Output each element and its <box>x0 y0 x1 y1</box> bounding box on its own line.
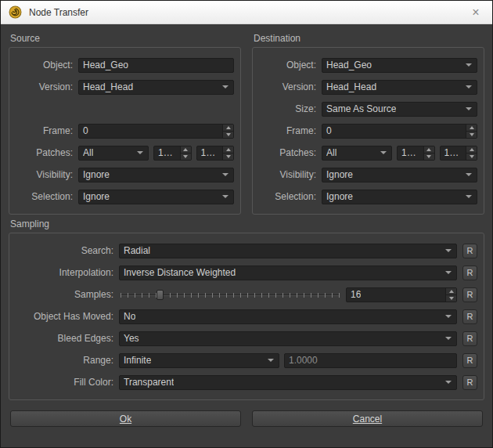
fill-color-reset-button[interactable]: R <box>462 375 477 390</box>
spin-down-button[interactable] <box>466 153 477 160</box>
bleed-edges-dropdown[interactable]: Yes <box>119 331 457 346</box>
samples-slider[interactable] <box>119 287 341 302</box>
destination-object-value: Head_Geo <box>326 60 372 70</box>
samples-slider-handle[interactable] <box>157 290 164 300</box>
source-frame-value: 0 <box>83 125 88 136</box>
destination-version-dropdown[interactable]: Head_Head <box>322 80 477 95</box>
range-label: Range: <box>16 355 119 366</box>
titlebar[interactable]: Node Transfer × <box>1 1 492 24</box>
destination-visibility-label: Visibility: <box>259 169 322 180</box>
spin-up-button[interactable] <box>446 288 456 294</box>
spin-down-button[interactable] <box>424 153 434 160</box>
spin-down-button[interactable] <box>446 294 456 302</box>
source-frame-row: Frame: 0 <box>16 123 234 139</box>
destination-object-row: Object: Head_Geo <box>259 57 477 73</box>
spin-down-button[interactable] <box>466 131 477 138</box>
range-amount-input[interactable]: 1.0000 <box>284 353 457 368</box>
fill-color-dropdown[interactable]: Transparent <box>119 375 457 390</box>
destination-patches-start-spinner[interactable]: 1001 <box>397 146 435 161</box>
interpolation-reset-button[interactable]: R <box>462 266 477 280</box>
destination-visibility-value: Ignore <box>326 169 353 180</box>
bleed-edges-reset-button[interactable]: R <box>462 331 477 346</box>
source-version-dropdown[interactable]: Head_Head <box>78 80 234 95</box>
source-group-box: Object: Head_Geo Version: Head_Head <box>9 47 241 215</box>
source-visibility-dropdown[interactable]: Ignore <box>78 168 234 182</box>
close-button[interactable]: × <box>467 4 484 21</box>
search-dropdown[interactable]: Radial <box>119 244 457 258</box>
object-has-moved-dropdown[interactable]: No <box>119 309 457 324</box>
spin-up-button[interactable] <box>181 146 191 153</box>
node-transfer-dialog: Node Transfer × Source Object: Head_Geo … <box>0 0 493 448</box>
spin-up-button[interactable] <box>223 146 233 153</box>
destination-visibility-dropdown[interactable]: Ignore <box>322 168 477 182</box>
chevron-down-icon <box>268 359 274 362</box>
chevron-down-icon <box>222 85 229 89</box>
interpolation-row: Interpolation: Inverse Distance Weighted… <box>16 265 477 280</box>
chevron-down-icon <box>466 63 472 67</box>
source-patches-start-spinner[interactable]: 1001 <box>153 146 192 161</box>
interpolation-dropdown[interactable]: Inverse Distance Weighted <box>119 266 457 280</box>
spin-up-button[interactable] <box>466 146 477 153</box>
samples-reset-button[interactable]: R <box>462 287 477 302</box>
destination-size-dropdown[interactable]: Same As Source <box>322 102 477 117</box>
source-object-value: Head_Geo <box>83 60 128 70</box>
source-patches-end-spinner[interactable]: 1005 <box>196 146 235 161</box>
source-visibility-value: Ignore <box>83 169 110 180</box>
destination-patches-end-spinner[interactable]: 1005 <box>440 146 478 161</box>
source-version-label: Version: <box>16 81 78 92</box>
ok-button[interactable]: Ok <box>10 410 241 427</box>
destination-version-row: Version: Head_Head <box>259 79 477 95</box>
source-object-input[interactable]: Head_Geo <box>78 58 234 73</box>
spinner-buttons <box>423 146 434 160</box>
source-version-value: Head_Head <box>83 81 133 92</box>
spinner-buttons <box>445 288 456 302</box>
destination-frame-spinner[interactable]: 0 <box>322 124 477 139</box>
source-patches-end-value: 1005 <box>201 147 220 158</box>
source-selection-label: Selection: <box>16 191 78 202</box>
range-dropdown[interactable]: Infinite <box>119 353 279 368</box>
samples-value: 16 <box>351 289 361 300</box>
range-row: Range: Infinite 1.0000 R <box>16 352 477 368</box>
triangle-down-icon <box>426 155 431 158</box>
spinner-buttons <box>222 146 233 160</box>
source-selection-dropdown[interactable]: Ignore <box>78 190 234 204</box>
object-has-moved-reset-button[interactable]: R <box>462 309 477 324</box>
sampling-group: Sampling Search: Radial R Interpolation:… <box>9 219 484 400</box>
destination-size-label: Size: <box>259 103 322 114</box>
source-frame-spinner[interactable]: 0 <box>78 124 234 139</box>
destination-patches-mode-dropdown[interactable]: All <box>322 146 392 161</box>
object-has-moved-value: No <box>124 311 135 322</box>
cancel-button[interactable]: Cancel <box>252 410 483 427</box>
chevron-down-icon <box>380 151 387 154</box>
fill-color-value: Transparent <box>124 377 174 388</box>
spinner-buttons <box>180 146 191 160</box>
chevron-down-icon <box>445 381 452 384</box>
spin-down-button[interactable] <box>223 131 233 138</box>
spin-up-button[interactable] <box>424 146 434 153</box>
samples-spinner[interactable]: 16 <box>346 287 457 302</box>
triangle-up-icon <box>226 148 231 151</box>
sampling-group-label: Sampling <box>10 219 484 229</box>
spin-up-button[interactable] <box>466 125 477 131</box>
search-reset-button[interactable]: R <box>462 244 477 258</box>
chevron-down-icon <box>466 85 472 89</box>
spinner-buttons <box>466 146 477 160</box>
object-has-moved-label: Object Has Moved: <box>16 311 119 322</box>
source-group: Source Object: Head_Geo Version: Head_He… <box>9 29 241 215</box>
source-patches-label: Patches: <box>16 147 78 158</box>
object-has-moved-row: Object Has Moved: No R <box>16 309 477 324</box>
samples-label: Samples: <box>16 289 119 300</box>
spin-up-button[interactable] <box>223 125 233 131</box>
window-title: Node Transfer <box>29 7 88 18</box>
destination-selection-dropdown[interactable]: Ignore <box>322 190 477 204</box>
destination-frame-row: Frame: 0 <box>259 123 477 139</box>
spin-down-button[interactable] <box>223 153 233 160</box>
destination-patches-row: Patches: All 1001 <box>259 145 477 161</box>
source-patches-mode-dropdown[interactable]: All <box>78 146 149 161</box>
destination-size-row: Size: Same As Source <box>259 101 477 117</box>
range-reset-button[interactable]: R <box>462 353 477 368</box>
chevron-down-icon <box>445 271 452 274</box>
destination-object-dropdown[interactable]: Head_Geo <box>322 58 477 73</box>
source-patches-start-value: 1001 <box>158 147 177 158</box>
spin-down-button[interactable] <box>181 153 191 160</box>
